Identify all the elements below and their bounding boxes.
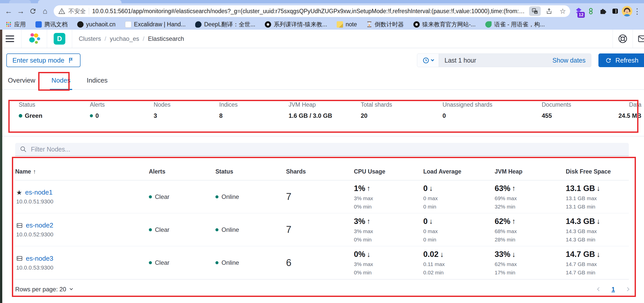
newsfeed-envelope-icon[interactable] <box>633 30 644 48</box>
stat-status: Status Green <box>19 101 90 119</box>
browser-tab-fragment[interactable] <box>9 0 31 3</box>
home-icon[interactable]: ⌂ <box>39 6 51 17</box>
back-icon[interactable]: ← <box>3 6 14 17</box>
bookmark-tencent-docs[interactable]: 腾讯文档 <box>35 21 68 28</box>
stat-label: Status <box>19 101 90 108</box>
page-toolbar: Enter setup mode Last 1 hour Show dates … <box>0 48 644 67</box>
metric-min: 17% min <box>495 270 566 276</box>
column-header-status[interactable]: Status <box>215 168 286 175</box>
stat-label: Alerts <box>90 101 154 108</box>
filter-nodes-input[interactable] <box>31 146 624 153</box>
shards-cell: 7 <box>286 191 354 202</box>
translate-icon[interactable]: A <box>529 6 541 16</box>
load-average-cell: 0.02↓ 0.11 max 0.02 min <box>423 250 495 276</box>
menu-hamburger-icon[interactable] <box>6 35 14 42</box>
bookmark-yuchaoit[interactable]: yuchaoit.cn <box>77 21 115 28</box>
trend-icon: ↓ <box>440 250 444 259</box>
column-header-disk[interactable]: Disk Free Space <box>566 168 629 175</box>
breadcrumb-clusters[interactable]: Clusters <box>79 35 101 42</box>
time-quick-select-button[interactable] <box>417 54 439 67</box>
extension-purple-icon[interactable]: 12 <box>573 5 584 17</box>
bookmark-label: 系列课详情-猿来教... <box>274 21 327 28</box>
column-header-jvm[interactable]: JVM Heap <box>495 168 566 175</box>
excalidraw-favicon <box>125 21 131 28</box>
bookmark-apps[interactable]: 应用 <box>6 21 26 28</box>
trend-icon: ↓ <box>596 184 600 193</box>
tab-indices[interactable]: Indices <box>85 74 109 89</box>
node-link[interactable]: es-node3 <box>26 255 53 262</box>
elastic-logo[interactable] <box>22 33 47 45</box>
url-text[interactable]: 10.0.0.51:5601/app/monitoring#/elasticse… <box>92 8 526 15</box>
bookmark-yuque[interactable]: 语雀 - 用语雀，构... <box>485 21 545 28</box>
trend-icon: ↓ <box>429 217 433 225</box>
bookmark-timer[interactable]: 倒数计时器 <box>367 21 404 28</box>
bookmarks-bar: 应用 腾讯文档 yuchaoit.cn Excalidraw | Hand...… <box>0 19 644 30</box>
shards-cell: 7 <box>286 224 354 235</box>
bookmark-star-icon[interactable]: ☆ <box>557 6 568 16</box>
profile-avatar[interactable] <box>622 6 632 16</box>
metric-min: 0 min <box>423 237 495 243</box>
kibana-header: D Clusters / yuchao_es / Elasticsearch <box>0 30 644 48</box>
forward-icon[interactable]: → <box>15 6 26 17</box>
bookmark-course[interactable]: 系列课详情-猿来教... <box>265 21 327 28</box>
extension-sidebar-icon[interactable] <box>610 5 621 17</box>
node-link[interactable]: es-node2 <box>26 221 53 229</box>
extension-badge: 12 <box>577 12 585 18</box>
yuan-site-favicon <box>413 21 420 28</box>
stat-total-shards: Total shards 20 <box>361 101 442 119</box>
bookmark-excalidraw[interactable]: Excalidraw | Hand... <box>125 21 186 28</box>
stat-value: 24.5 MB <box>618 112 641 119</box>
column-header-load[interactable]: Load Average <box>423 168 495 175</box>
space-avatar[interactable]: D <box>54 33 65 45</box>
next-page-icon[interactable] <box>626 287 630 291</box>
browser-menu-icon[interactable]: ⋮ <box>633 7 641 16</box>
breadcrumb-cluster-name[interactable]: yuchao_es <box>110 35 139 42</box>
bookmark-label: note <box>346 21 357 28</box>
health-dot-icon <box>215 261 218 264</box>
address-bar[interactable]: 不安全 10.0.0.51:5601/app/monitoring#/elast… <box>54 5 570 17</box>
column-header-shards[interactable]: Shards <box>286 168 354 175</box>
share-icon[interactable] <box>544 6 554 16</box>
alerts-cell: Clear <box>149 259 215 266</box>
jvm-heap-cell: 62%↑ 68% max 28% min <box>495 217 566 243</box>
alerts-cell: Clear <box>149 193 215 200</box>
status-cell: Online <box>215 226 286 233</box>
column-header-name[interactable]: Name ↑ <box>15 168 149 175</box>
tab-nodes[interactable]: Nodes <box>50 74 72 90</box>
node-link[interactable]: es-node1 <box>25 188 52 196</box>
stat-data: Data 24.5 MB <box>618 101 641 119</box>
shards-cell: 6 <box>286 257 354 268</box>
master-node-star-icon: ★ <box>16 189 22 196</box>
health-dot-icon <box>19 114 22 118</box>
enter-setup-mode-button[interactable]: Enter setup mode <box>6 53 80 67</box>
node-name-cell: es-node3 10.0.0.53:9300 <box>15 255 149 271</box>
bookmark-deepl[interactable]: DeepL翻译：全世... <box>195 21 255 28</box>
reload-icon[interactable] <box>27 6 38 17</box>
security-label[interactable]: 不安全 <box>68 7 86 15</box>
help-icon[interactable] <box>613 30 633 48</box>
column-header-alerts[interactable]: Alerts <box>149 168 215 175</box>
extension-green-icon[interactable] <box>585 5 596 17</box>
extensions-puzzle-icon[interactable] <box>597 5 609 17</box>
bookmark-label: Excalidraw | Hand... <box>134 21 186 28</box>
time-range-display[interactable]: Last 1 hour Show dates <box>439 54 591 67</box>
bookmark-yuan-site[interactable]: 猿来教育官方网站-... <box>413 21 476 28</box>
metric-min: 32% min <box>495 204 566 210</box>
status-cell: Online <box>215 193 286 200</box>
metric-max: 68% max <box>495 228 566 234</box>
health-dot-icon <box>149 261 152 264</box>
bookmark-label: 应用 <box>14 21 26 28</box>
trend-icon: ↓ <box>367 250 371 259</box>
bookmark-note[interactable]: note <box>337 21 357 28</box>
health-dot-icon <box>149 228 152 231</box>
rows-per-page-button[interactable]: Rows per page: 20 <box>15 286 72 293</box>
page-number[interactable]: 1 <box>612 286 615 293</box>
show-dates-link[interactable]: Show dates <box>552 57 586 64</box>
trend-icon: ↓ <box>596 217 600 225</box>
breadcrumb-separator: / <box>143 35 145 42</box>
tab-overview[interactable]: Overview <box>6 74 37 89</box>
column-header-cpu[interactable]: CPU Usage <box>354 168 423 175</box>
previous-page-icon[interactable] <box>597 287 601 291</box>
refresh-button[interactable]: Refresh <box>598 53 644 67</box>
browser-active-tab[interactable] <box>38 0 122 3</box>
